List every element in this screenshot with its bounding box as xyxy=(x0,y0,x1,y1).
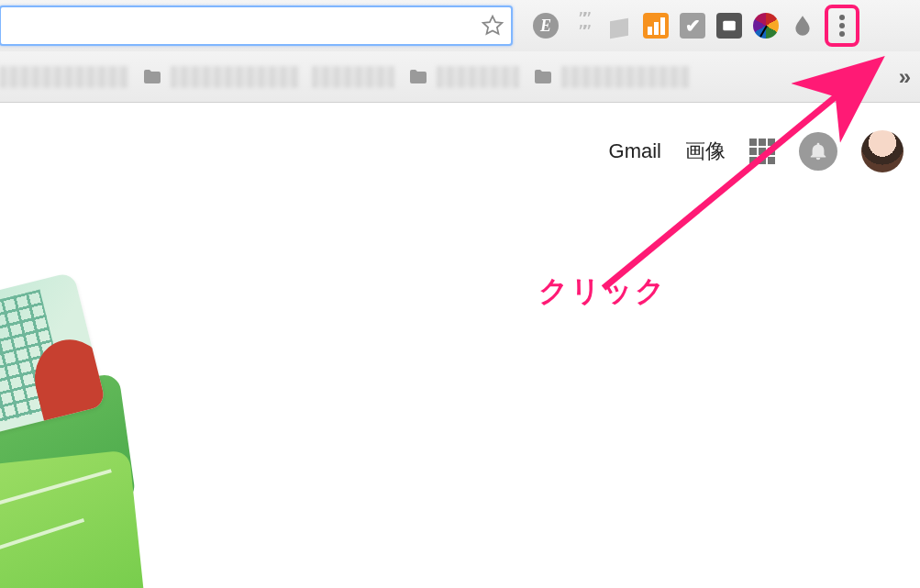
droplet-icon xyxy=(791,14,815,38)
svg-rect-0 xyxy=(723,21,736,31)
annotation-label: クリック xyxy=(538,272,667,312)
bell-icon xyxy=(808,141,828,161)
extensions-strip: E ˮˮˮˮ ✔ xyxy=(513,9,819,42)
color-wheel-icon xyxy=(753,13,779,39)
ext-google-analytics[interactable] xyxy=(639,9,672,42)
bookmark-item[interactable] xyxy=(312,66,394,88)
quotes-icon: ˮˮˮˮ xyxy=(578,13,587,39)
bookmark-folder[interactable] xyxy=(141,66,299,88)
check-icon: ✔ xyxy=(680,13,705,39)
analytics-icon xyxy=(643,13,669,39)
bookmark-folder[interactable] xyxy=(532,66,690,88)
apps-grid-icon xyxy=(749,139,757,146)
bookmark-item[interactable] xyxy=(0,66,128,88)
blurred-label xyxy=(561,66,690,88)
address-input[interactable] xyxy=(1,17,474,36)
blurred-label xyxy=(171,66,299,88)
ext-colorwheel[interactable] xyxy=(749,9,782,42)
folder-icon xyxy=(407,66,429,88)
bookmark-star-button[interactable] xyxy=(474,7,511,44)
blurred-label xyxy=(437,66,519,88)
ext-quotes[interactable]: ˮˮˮˮ xyxy=(566,9,599,42)
folder-icon xyxy=(141,66,163,88)
ext-evernote[interactable]: E xyxy=(529,9,562,42)
page-content: Gmail 画像 xyxy=(0,103,920,588)
blurred-label xyxy=(312,66,394,88)
ext-portfolio[interactable] xyxy=(713,9,746,42)
address-bar[interactable] xyxy=(0,6,513,46)
ext-droplet[interactable] xyxy=(786,9,819,42)
google-top-nav: Gmail 画像 xyxy=(609,130,903,172)
vertical-dots-icon xyxy=(839,12,845,39)
google-doodle xyxy=(0,286,156,588)
account-avatar[interactable] xyxy=(861,130,903,172)
doodle-folder-front xyxy=(0,449,145,588)
gmail-link[interactable]: Gmail xyxy=(609,139,661,163)
bookmarks-bar: » xyxy=(0,51,920,103)
chrome-menu-button[interactable] xyxy=(825,5,859,47)
images-link[interactable]: 画像 xyxy=(685,138,726,165)
bookmark-folder[interactable] xyxy=(407,66,519,88)
layers-icon xyxy=(607,14,631,38)
blurred-label xyxy=(0,66,128,88)
portfolio-icon xyxy=(716,13,742,39)
ext-buffer[interactable] xyxy=(603,9,636,42)
ext-checker[interactable]: ✔ xyxy=(676,9,709,42)
folder-icon xyxy=(532,66,554,88)
letter-e-icon: E xyxy=(533,13,559,39)
star-icon xyxy=(481,14,504,38)
browser-toolbar: E ˮˮˮˮ ✔ xyxy=(0,0,920,51)
google-apps-button[interactable] xyxy=(749,139,775,164)
notifications-button[interactable] xyxy=(799,132,837,171)
bookmarks-overflow-button[interactable]: » xyxy=(899,64,911,90)
